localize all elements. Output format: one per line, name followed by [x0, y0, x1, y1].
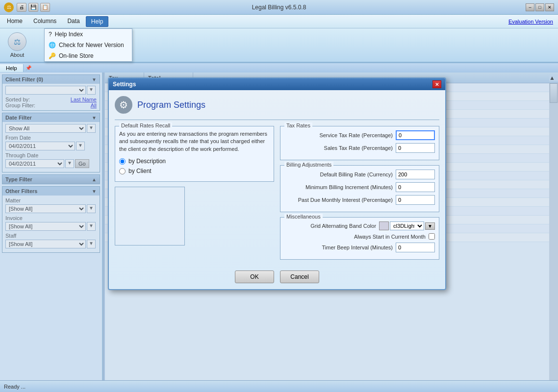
help-tab-pin[interactable]: 📌: [24, 64, 33, 72]
menu-items: Home Columns Data Help: [2, 16, 108, 27]
tax-rates-legend: Tax Rates: [284, 122, 312, 128]
tool-btn-2[interactable]: 💾: [28, 3, 38, 12]
radio-by-client-row: by Client: [119, 168, 270, 174]
app-icon: ⚖: [4, 2, 14, 12]
miscellaneous-legend: Miscellaneous: [284, 214, 323, 220]
past-due-label: Past Due Monthly Interest (Percentage): [298, 197, 393, 203]
default-billing-row: Default Billing Rate (Currency): [284, 170, 435, 179]
grid-color-row: Grid Alternating Band Color cl3DLight ▼: [284, 221, 435, 230]
status-bar: Ready ...: [0, 380, 558, 392]
dialog-close-btn[interactable]: ✕: [432, 80, 441, 88]
radio-by-description[interactable]: [119, 158, 126, 165]
radio-by-client[interactable]: [119, 168, 126, 174]
online-store-item[interactable]: 🔑 On-line Store: [45, 50, 132, 61]
dialog-separator: [115, 120, 439, 120]
minimize-btn[interactable]: –: [526, 3, 534, 11]
settings-dialog: Settings ✕ ⚙ Program Settings Default Ra…: [108, 77, 446, 290]
radio-by-description-label[interactable]: by Description: [128, 158, 166, 165]
status-text: Ready ...: [4, 384, 25, 390]
service-tax-label: Service Tax Rate (Percentage): [319, 132, 393, 138]
default-rates-desc: As you are entering new transactions the…: [119, 130, 270, 153]
toolbar: ⚖ About ? Help Index 🌐 Check for Newer V…: [0, 28, 558, 63]
help-tab[interactable]: Help: [0, 64, 24, 72]
sales-tax-label: Sales Tax Rate (Percentage): [324, 145, 393, 151]
dialog-header: ⚙ Program Settings: [115, 96, 439, 114]
about-icon: ⚖: [8, 32, 26, 51]
timer-input[interactable]: [396, 243, 435, 252]
color-swatch: [379, 221, 389, 230]
min-billing-label: Minimum Billing Increment (Minutes): [305, 184, 393, 190]
tax-rates-section: Tax Rates Service Tax Rate (Percentage) …: [280, 126, 439, 160]
ok-button[interactable]: OK: [235, 270, 274, 283]
service-tax-input[interactable]: [396, 130, 435, 140]
check-version-label: Check for Newer Version: [59, 42, 124, 49]
dialog-left: Default Rates Recall As you are entering…: [115, 126, 274, 265]
title-bar: ⚖ 🖨 💾 📋 Legal Billing v6.5.0.8 – □ ✕: [0, 0, 558, 15]
eval-version-link[interactable]: Evaluation Version: [508, 19, 553, 24]
grid-color-label: Grid Alternating Band Color: [310, 223, 376, 229]
title-bar-tools: 🖨 💾 📋: [17, 3, 50, 12]
dialog-main-sections: Default Rates Recall As you are entering…: [115, 126, 439, 265]
default-billing-input[interactable]: [396, 170, 435, 179]
close-btn[interactable]: ✕: [545, 3, 554, 11]
start-month-checkbox[interactable]: [429, 233, 435, 240]
color-dropdown-arrow[interactable]: ▼: [425, 222, 435, 230]
timer-label: Timer Beep Interval (Minutes): [322, 245, 393, 250]
miscellaneous-section: Miscellaneous Grid Alternating Band Colo…: [280, 217, 439, 260]
dialog-bottom-left: [115, 187, 185, 245]
min-billing-input[interactable]: [396, 182, 435, 192]
radio-by-client-label[interactable]: by Client: [128, 168, 152, 174]
help-index-icon: ?: [49, 31, 52, 38]
billing-adjustments-legend: Billing Adjustments: [284, 162, 333, 168]
min-billing-row: Minimum Billing Increment (Minutes): [284, 182, 435, 192]
dialog-actions: OK Cancel: [115, 270, 439, 283]
service-tax-row: Service Tax Rate (Percentage): [284, 130, 435, 140]
help-index-label: Help Index: [55, 31, 83, 38]
help-tab-bar: Help 📌: [0, 63, 558, 73]
timer-row: Timer Beep Interval (Minutes): [284, 243, 435, 252]
sales-tax-row: Sales Tax Rate (Percentage): [284, 143, 435, 153]
dialog-right: Tax Rates Service Tax Rate (Percentage) …: [280, 126, 439, 265]
radio-by-description-row: by Description: [119, 158, 270, 165]
dialog-title: Settings: [113, 81, 136, 88]
help-dropdown: ? Help Index 🌐 Check for Newer Version 🔑…: [44, 28, 132, 62]
online-store-icon: 🔑: [49, 52, 56, 59]
default-billing-label: Default Billing Rate (Currency): [320, 172, 393, 177]
color-combo: cl3DLight ▼: [379, 221, 435, 230]
color-dropdown[interactable]: cl3DLight: [390, 221, 424, 230]
help-index-item[interactable]: ? Help Index: [45, 29, 132, 40]
billing-adjustments-section: Billing Adjustments Default Billing Rate…: [280, 165, 439, 212]
past-due-row: Past Due Monthly Interest (Percentage): [284, 195, 435, 205]
window-controls: – □ ✕: [526, 3, 554, 11]
default-rates-legend: Default Rates Recall: [119, 122, 172, 128]
gear-icon: ⚙: [115, 96, 132, 114]
default-rates-section: Default Rates Recall As you are entering…: [115, 126, 274, 182]
about-label: About: [10, 52, 25, 58]
dialog-titlebar: Settings ✕: [109, 78, 445, 90]
start-month-label: Always Start in Current Month: [354, 234, 426, 240]
menu-data[interactable]: Data: [62, 16, 84, 27]
restore-btn[interactable]: □: [535, 3, 544, 11]
online-store-label: On-line Store: [59, 52, 94, 59]
past-due-input[interactable]: [396, 195, 435, 205]
title-bar-left: ⚖ 🖨 💾 📋: [4, 2, 50, 12]
menu-columns[interactable]: Columns: [28, 16, 61, 27]
tool-btn-1[interactable]: 🖨: [17, 3, 26, 12]
dialog-body: ⚙ Program Settings Default Rates Recall …: [109, 90, 445, 289]
program-settings-title: Program Settings: [137, 100, 205, 110]
menu-bar: Home Columns Data Help Evaluation Versio…: [0, 15, 558, 28]
app-title: Legal Billing v6.5.0.8: [252, 4, 306, 11]
menu-help[interactable]: Help: [86, 16, 109, 27]
cancel-button[interactable]: Cancel: [280, 270, 319, 283]
tool-btn-3[interactable]: 📋: [40, 3, 50, 12]
start-month-row: Always Start in Current Month: [284, 233, 435, 240]
about-button[interactable]: ⚖ About: [4, 30, 30, 60]
sales-tax-input[interactable]: [396, 143, 435, 153]
menu-home[interactable]: Home: [2, 16, 27, 27]
check-version-icon: 🌐: [49, 42, 56, 49]
main-content: Client Filter (0) ▼ ▼ Sorted by: Last Na…: [0, 73, 558, 380]
check-version-item[interactable]: 🌐 Check for Newer Version: [45, 40, 132, 50]
